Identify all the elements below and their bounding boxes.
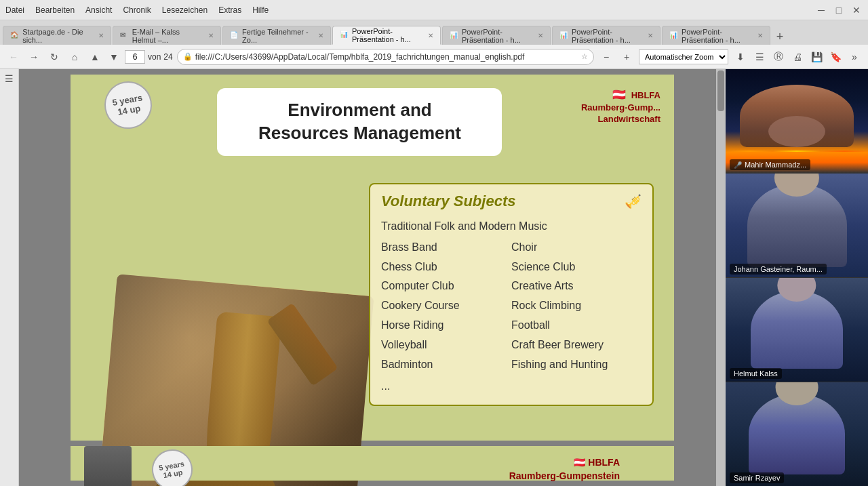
back-button[interactable]: ←	[5, 49, 22, 65]
home-button[interactable]: ⌂	[66, 49, 83, 65]
subject-row-cookery: Cookery Course Rock Climbing	[381, 296, 642, 316]
subject-row-volleyball: Volleyball Craft Beer Brewery	[381, 336, 642, 355]
content-area: ☰ Environment and Resources Management	[0, 69, 868, 486]
slide-title: Environment and Resources Management	[237, 99, 481, 145]
tab-2-close[interactable]: ✕	[208, 32, 214, 39]
window-controls: ─ □ ✕	[815, 4, 863, 16]
tab-4-close[interactable]: ✕	[428, 32, 433, 39]
minimize-button[interactable]: ─	[815, 4, 827, 16]
video-tile-3: Helmut Kalss	[726, 278, 868, 382]
tab-3-favicon: 📄	[230, 31, 238, 41]
zoom-select[interactable]: Automatischer Zoom	[639, 49, 728, 64]
tab-2-label: E-Mail – Kalss Helmut –...	[132, 28, 204, 44]
video-3-name: Helmut Kalss	[730, 368, 782, 379]
page-down-button[interactable]: ▼	[106, 49, 122, 65]
tab-1[interactable]: 🏠 Startpage.de - Die sich... ✕	[3, 26, 111, 45]
bottom-years-badge: 5 years 14 up	[149, 446, 196, 486]
title-bar: Datei Bearbeiten Ansicht Chronik Lesezei…	[0, 0, 868, 20]
menu-hilfe[interactable]: Hilfe	[252, 5, 269, 15]
subjects-list: Traditional Folk and Modern Music Brass …	[381, 217, 642, 397]
save-icon[interactable]: 💾	[808, 49, 825, 65]
close-button[interactable]: ✕	[850, 4, 863, 16]
subject-folk-music: Traditional Folk and Modern Music	[381, 217, 642, 237]
bottom-flag-icon: 🇦🇹	[574, 457, 585, 468]
slide-title-box: Environment and Resources Management	[217, 88, 502, 156]
tab-2-favicon: ✉	[120, 31, 128, 41]
tab-1-close[interactable]: ✕	[98, 32, 104, 39]
voluntary-subjects-box: Voluntary Subjects 🎺 Traditional Folk an…	[369, 183, 654, 406]
tab-6-favicon: 📊	[559, 31, 568, 41]
zoom-in-button[interactable]: +	[618, 49, 635, 65]
tab-6-close[interactable]: ✕	[648, 32, 653, 39]
menu-ansicht[interactable]: Ansicht	[85, 5, 112, 15]
voluntary-header: Voluntary Subjects 🎺	[381, 193, 642, 210]
tab-5-favicon: 📊	[450, 31, 458, 41]
sidebar-view-icon[interactable]: ☰	[751, 49, 768, 65]
tab-6-label: PowerPoint-Präsentation - h...	[572, 28, 644, 44]
tab-5[interactable]: 📊 PowerPoint-Präsentation - h... ✕	[442, 26, 551, 45]
video-2-name: Johann Gasteiner, Raum...	[730, 264, 827, 275]
menu-bearbeiten[interactable]: Bearbeiten	[35, 5, 75, 15]
video-4-name: Samir Rzayev	[730, 472, 784, 483]
tab-3[interactable]: 📄 Fertige Teilnehmer - Zo... ✕	[222, 26, 331, 45]
tab-4-active[interactable]: 📊 PowerPoint-Präsentation - h... ✕	[332, 26, 441, 45]
video-tile-1: 🎤 Mahir Mammadz...	[726, 69, 868, 174]
print-icon[interactable]: 🖨	[789, 49, 806, 65]
bookmark-icon[interactable]: 🔖	[827, 49, 844, 65]
pdf-scrollbar[interactable]	[716, 69, 726, 486]
more-icon[interactable]: »	[846, 49, 863, 65]
subject-row-computer: Computer Club Creative Arts	[381, 277, 642, 296]
reader-icon[interactable]: Ⓡ	[770, 49, 787, 65]
tab-7-close[interactable]: ✕	[757, 32, 763, 39]
subject-row-badminton: Badminton Fishing and Hunting	[381, 355, 642, 375]
page-up-button[interactable]: ▲	[87, 49, 103, 65]
pdf-viewer: Environment and Resources Management 🇦🇹 …	[19, 69, 726, 486]
tab-5-close[interactable]: ✕	[538, 32, 543, 39]
subject-row-chess: Chess Club Science Club	[381, 258, 642, 277]
forward-button[interactable]: →	[26, 49, 42, 65]
menu-datei[interactable]: Datei	[5, 5, 24, 15]
page-input[interactable]	[125, 50, 145, 64]
menu-extras[interactable]: Extras	[218, 5, 241, 15]
subject-row-horse: Horse Riding Football	[381, 316, 642, 336]
bottom-hblfa-logo: 🇦🇹 HBLFA Raumberg-Gumpenstein	[509, 456, 620, 483]
menu-chronik[interactable]: Chronik	[123, 5, 151, 15]
tab-2[interactable]: ✉ E-Mail – Kalss Helmut –... ✕	[113, 26, 221, 45]
sidebar-panel-toggle[interactable]: ☰	[3, 72, 16, 85]
tab-1-label: Startpage.de - Die sich...	[22, 28, 94, 44]
tab-4-favicon: 📊	[340, 31, 348, 40]
video-panel: 🎤 Mahir Mammadz... Johann Gasteiner, Rau…	[726, 69, 868, 486]
menu-lesezeichen[interactable]: Lesezeichen	[162, 5, 208, 15]
tab-5-label: PowerPoint-Präsentation - h...	[462, 28, 534, 44]
new-tab-button[interactable]: +	[772, 28, 788, 45]
pdf-scroll-area[interactable]: Environment and Resources Management 🇦🇹 …	[19, 69, 726, 486]
voluntary-title: Voluntary Subjects	[381, 193, 515, 210]
toolbar-right: ⬇ ☰ Ⓡ 🖨 💾 🔖 »	[732, 49, 863, 65]
zoom-out-button[interactable]: −	[598, 49, 614, 65]
tab-6[interactable]: 📊 PowerPoint-Präsentation - h... ✕	[552, 26, 660, 45]
subjects-more: ...	[381, 377, 642, 397]
tab-7-label: PowerPoint-Präsentation - h...	[682, 28, 753, 44]
hblfa-logo: 🇦🇹 HBLFA Raumberg-Gump... Landwirtschaft	[581, 88, 660, 125]
video-bg-night	[726, 69, 868, 173]
maximize-button[interactable]: □	[833, 4, 845, 16]
scrollbar-thumb[interactable]	[717, 70, 724, 111]
tab-bar: 🏠 Startpage.de - Die sich... ✕ ✉ E-Mail …	[0, 20, 868, 45]
tab-3-close[interactable]: ✕	[318, 32, 323, 39]
city-lights	[726, 150, 868, 152]
subject-row-brass: Brass Band Choir	[381, 238, 642, 258]
page-total: 24	[163, 52, 172, 62]
address-text: file:///C:/Users/43699/AppData/Local/Tem…	[195, 52, 578, 62]
reload-button[interactable]: ↻	[46, 49, 62, 65]
video-1-name: 🎤 Mahir Mammadz...	[730, 159, 810, 170]
tab-1-favicon: 🏠	[10, 31, 18, 41]
download-icon[interactable]: ⬇	[732, 49, 749, 65]
tab-4-label: PowerPoint-Präsentation - h...	[352, 27, 424, 43]
person-face-image	[84, 446, 132, 486]
address-bar[interactable]: 🔒 file:///C:/Users/43699/AppData/Local/T…	[177, 49, 594, 65]
star-icon: ☆	[581, 52, 588, 61]
lock-icon: 🔒	[183, 52, 193, 61]
mic-icon-1: 🎤	[734, 161, 742, 169]
page-separator: von	[148, 52, 161, 62]
tab-7[interactable]: 📊 PowerPoint-Präsentation - h... ✕	[662, 26, 770, 45]
